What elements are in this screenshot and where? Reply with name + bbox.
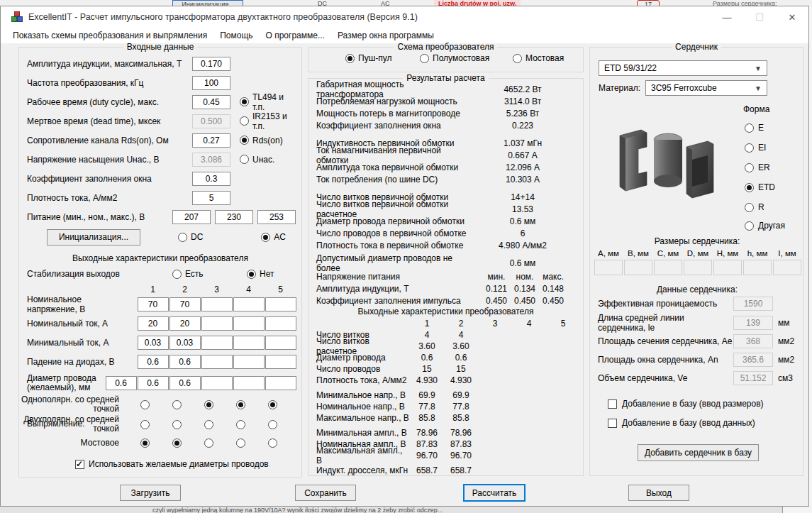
bridge-scheme-radio[interactable]: Мостовая — [513, 53, 564, 63]
menu-help[interactable]: Помощь — [213, 31, 259, 40]
half-bridge-radio[interactable]: Полумостовая — [420, 53, 489, 63]
induction-amplitude-row: Амплитуда индукции, Т 0.1210.1340.148 — [308, 282, 583, 294]
load-button[interactable]: Загрузить — [120, 485, 181, 501]
close-icon[interactable]: ✕ — [776, 6, 808, 28]
current-density-input[interactable] — [192, 191, 230, 205]
save-button[interactable]: Сохранить — [295, 485, 356, 501]
nominal-current-input-3[interactable] — [201, 316, 233, 331]
input-row: Рабочее время (duty cycle), макс. TL494 … — [19, 92, 301, 111]
bipolar-radio-5[interactable] — [257, 420, 289, 429]
dim-i-input[interactable] — [773, 260, 801, 275]
bridge-radio-4[interactable] — [225, 438, 257, 448]
nominal-voltage-input-2[interactable] — [169, 297, 201, 311]
duty-cycle-input[interactable] — [192, 95, 230, 109]
bridge-radio-3[interactable] — [193, 438, 225, 448]
shape-ei-radio[interactable]: EI — [745, 143, 766, 153]
dim-d-input[interactable] — [684, 260, 712, 275]
calculate-button[interactable]: Рассчитать — [463, 484, 525, 502]
nominal-current-input-2[interactable] — [169, 316, 201, 331]
wire-diameter-input-2[interactable] — [169, 376, 201, 390]
menu-show-schemes[interactable]: Показать схемы преобразования и выпрямле… — [6, 31, 213, 40]
menu-about[interactable]: О программе... — [260, 31, 331, 40]
result-row: Диаметр провода первичной обмотки0.6 мм — [308, 215, 583, 227]
diode-drop-input-5[interactable] — [265, 355, 296, 369]
result-value: 0.667 А — [469, 150, 576, 160]
unipolar-radio-4[interactable] — [225, 400, 257, 409]
push-pull-radio[interactable]: Пуш-пул — [345, 53, 391, 63]
dim-h2-input[interactable] — [743, 260, 772, 275]
nominal-current-input-4[interactable] — [233, 316, 265, 331]
unipolar-radio-2[interactable] — [161, 400, 193, 409]
material-select[interactable]: 3C95 Ferroxcube ▼ — [645, 80, 767, 96]
shape-er-radio[interactable]: ER — [745, 162, 770, 172]
wire-diameter-input-3[interactable] — [201, 376, 233, 390]
unas-radio[interactable]: Uнас. — [230, 155, 296, 165]
nominal-voltage-input-1[interactable] — [138, 297, 169, 311]
supply-max-input[interactable] — [257, 210, 296, 224]
core-type-select[interactable]: ETD 59/31/22 ▼ — [599, 60, 767, 76]
dim-a-input[interactable] — [594, 260, 623, 275]
min-current-input-3[interactable] — [201, 336, 233, 350]
dc-radio[interactable]: DC — [178, 232, 203, 242]
diode-drop-input-1[interactable] — [138, 355, 169, 369]
radio-icon — [745, 143, 754, 153]
stab-no-radio[interactable]: Нет — [247, 269, 274, 279]
core-dim-labels: A, ммB, ммC, ммD, ммH, ммh, ммI, мм — [594, 249, 801, 258]
use-wire-diameters-checkbox[interactable]: Использовать желаемые диаметры проводов — [19, 457, 301, 471]
frequency-input[interactable] — [192, 76, 230, 90]
menu-window-size[interactable]: Размер окна программы — [331, 31, 440, 40]
rds-on-input[interactable] — [192, 133, 230, 148]
dim-b-input[interactable] — [624, 260, 652, 275]
min-current-input-1[interactable] — [138, 336, 169, 350]
window-fill-factor-input[interactable] — [192, 172, 230, 186]
bridge-radio-2[interactable] — [161, 438, 193, 448]
result-row: Ток намагничивания первичной обмотки0.66… — [308, 149, 583, 161]
min-current-input-2[interactable] — [169, 336, 201, 350]
supply-nom-input[interactable] — [215, 210, 253, 224]
dim-h-input[interactable] — [713, 260, 742, 275]
bridge-radio-5[interactable] — [257, 438, 289, 448]
result-table-row: Диаметр провода0.60.6 — [308, 352, 583, 363]
add-sizes-checkbox[interactable]: Добавление в базу (ввод размеров) — [608, 399, 764, 409]
shape-other-radio[interactable]: Другая — [745, 221, 785, 231]
supply-min-input[interactable] — [172, 210, 211, 224]
bipolar-radio-2[interactable] — [161, 420, 193, 429]
dim-c-input[interactable] — [654, 260, 682, 275]
minimize-icon[interactable]: — — [711, 6, 743, 28]
add-data-checkbox[interactable]: Добавление в базу (ввод данных) — [608, 418, 755, 428]
add-core-button[interactable]: Добавить сердечник в базу — [638, 444, 759, 461]
unipolar-radio-1[interactable] — [129, 400, 161, 409]
min-current-input-4[interactable] — [233, 336, 265, 350]
nominal-voltage-input-4[interactable] — [233, 297, 265, 311]
nominal-current-input-5[interactable] — [265, 316, 296, 331]
nominal-voltage-input-3[interactable] — [201, 297, 233, 311]
app-icon — [11, 11, 23, 23]
controller-tl494-radio[interactable]: TL494 и т.п. — [230, 92, 296, 112]
stab-yes-radio[interactable]: Есть — [172, 269, 204, 279]
initialization-button[interactable]: Инициализация... — [47, 229, 140, 246]
bipolar-radio-1[interactable] — [129, 420, 161, 429]
bridge-radio-1[interactable] — [129, 438, 161, 448]
shape-e-radio[interactable]: E — [745, 123, 764, 133]
bipolar-radio-4[interactable] — [225, 420, 257, 429]
unipolar-radio-3[interactable] — [193, 400, 225, 409]
controller-ir2153-radio[interactable]: IR2153 и т.п. — [230, 111, 296, 131]
min-current-input-5[interactable] — [265, 336, 296, 350]
diode-drop-input-2[interactable] — [169, 355, 201, 369]
shape-etd-radio[interactable]: ETD — [745, 182, 775, 192]
wire-diameter-input-1[interactable] — [138, 376, 169, 390]
wire-diameter-input-5[interactable] — [265, 376, 296, 390]
exit-button[interactable]: Выход — [628, 485, 689, 501]
shape-r-radio[interactable]: R — [745, 202, 764, 212]
wire-diameter-primary-input[interactable] — [106, 376, 137, 390]
diode-drop-input-3[interactable] — [201, 355, 233, 369]
nominal-voltage-input-5[interactable] — [265, 297, 296, 311]
wire-diameter-input-4[interactable] — [233, 376, 265, 390]
unipolar-radio-5[interactable] — [257, 400, 289, 409]
diode-drop-input-4[interactable] — [233, 355, 265, 369]
nominal-current-input-1[interactable] — [138, 316, 169, 331]
bipolar-radio-3[interactable] — [193, 420, 225, 429]
rds-on-radio[interactable]: Rds(on) — [230, 136, 296, 145]
induction-amplitude-input[interactable] — [192, 57, 230, 71]
ac-radio[interactable]: AC — [261, 232, 286, 242]
